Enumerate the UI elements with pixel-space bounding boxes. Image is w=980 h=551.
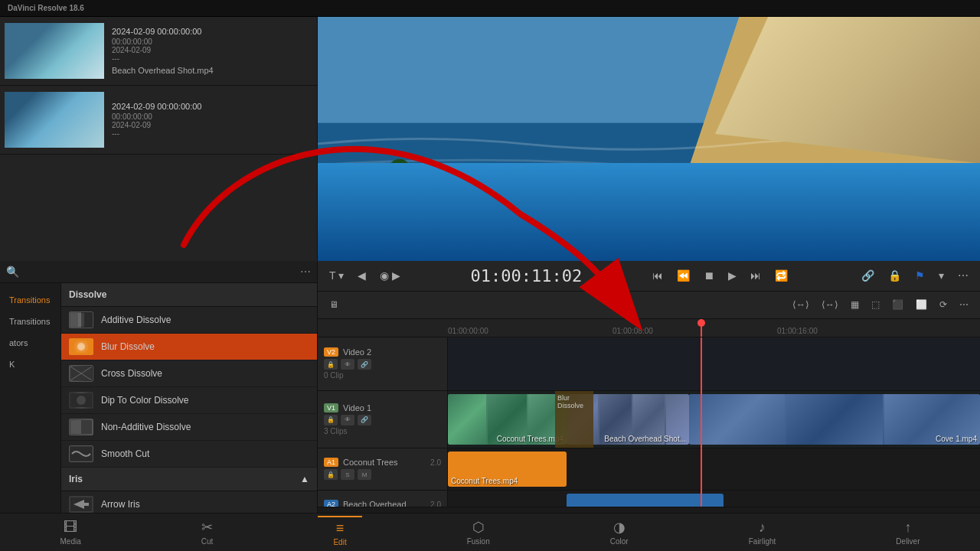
skip-forward-btn[interactable]: ⏭ [746,267,765,284]
track-v2: V2 Video 2 🔒 👁 🔗 0 Clip [318,337,980,391]
more-tools-btn[interactable]: ⋯ [956,297,972,312]
a1-m-btn[interactable]: M [358,469,371,480]
timeline-scrollbar[interactable] [318,507,980,513]
blur-dissolve-label: Blur Dissolve [101,341,155,352]
nav-transitions-1[interactable]: Transitions [0,289,60,311]
ripple-btn[interactable]: ⟨↔⟩ [789,297,813,312]
nav-k[interactable]: K [0,354,60,375]
v1-link-btn[interactable]: 🔗 [358,415,371,425]
v1-eye-btn[interactable]: 👁 [341,415,354,425]
v1-content: Coconut Trees.mp4 Blur Dissolve [448,391,980,448]
tracks-area[interactable]: V2 Video 2 🔒 👁 🔗 0 Clip [318,337,980,507]
editor-area: T ▾ ◀ ◉ ▶ 01:00:11:02 ⏮ ⏪ ⏹ ▶ ⏭ 🔁 🔗 🔒 ⚑ … [318,261,980,513]
v2-eye-btn[interactable]: 👁 [341,359,354,370]
stop-btn[interactable]: ⏹ [700,267,718,284]
transition-smooth-cut[interactable]: Smooth Cut [61,441,317,468]
v1-name: Video 1 [343,403,371,412]
composite-btn[interactable]: ⬜ [912,297,931,312]
media-item[interactable]: 2024-02-09 00:00:00:00 00:00:00:00 2024-… [0,17,317,86]
smooth-btn[interactable]: ⟳ [936,297,951,312]
tab-edit[interactable]: ≡ Edit [318,516,361,549]
track-v1-header: V1 Video 1 🔒 👁 🔗 3 Clips [318,391,448,448]
dip-color-label: Dip To Color Dissolve [101,395,189,406]
tool-bar: 🖥 ⟨↔⟩ ⟨↔⟩ ▦ ⬚ ⬛ ⬜ ⟳ ⋯ [318,292,980,319]
media-timecode-2: 00:00:00:00 [112,112,312,121]
color-label: Color [610,537,629,546]
search-icon[interactable]: 🔍 [6,266,19,278]
clip-beach-label: Beach Overhead Shot... [604,435,686,443]
nav-next[interactable]: ◉ ▶ [376,267,404,284]
track-v1: V1 Video 1 🔒 👁 🔗 3 Clips [318,391,980,448]
transition-arrow-iris[interactable]: Arrow Iris [61,491,317,513]
view-btn[interactable]: ▾ [935,267,948,284]
cross-dissolve-label: Cross Dissolve [101,368,162,379]
v2-link-btn[interactable]: 🔗 [358,359,371,370]
a1-name: Coconut Trees [343,458,398,467]
loop-btn[interactable]: 🔁 [771,267,792,284]
app-title: DaVinci Resolve 18.6 [8,4,84,12]
media-end-2: 2024-02-09 [112,121,312,129]
media-list: 2024-02-09 00:00:00:00 00:00:00:00 2024-… [0,17,318,261]
play-btn[interactable]: ▶ [724,267,740,284]
clip-a2[interactable]: Beach Overhead Shot... [567,494,724,507]
tab-fusion[interactable]: ⬡ Fusion [452,516,505,549]
link-btn[interactable]: 🔗 [858,267,878,284]
v2-name: Video 2 [343,347,371,357]
transition-blur-dissolve[interactable]: Blur Dissolve [61,334,317,360]
nav-generators[interactable]: ators [0,332,60,354]
a1-s-btn[interactable]: S [341,469,354,480]
deliver-label: Deliver [896,537,920,546]
monitor-btn[interactable]: 🖥 [325,297,342,312]
nav-transitions-2[interactable]: Transitions [0,311,60,332]
lock-btn[interactable]: 🔒 [884,267,905,284]
cut-icon: ✂ [201,519,213,536]
tab-deliver[interactable]: ↑ Deliver [880,517,935,549]
media-item-2[interactable]: 2024-02-09 00:00:00:00 00:00:00:00 2024-… [0,86,317,155]
track-a1-header: A1 Coconut Trees 2.0 🔒 S M [318,448,448,490]
media-date-1: 2024-02-09 00:00:00:00 [112,27,312,36]
clip-a1[interactable]: Coconut Trees.mp4 [448,452,567,487]
more-options-icon[interactable]: ⋯ [300,266,311,278]
transition-dip-color[interactable]: Dip To Color Dissolve [61,387,317,414]
media-filename-1: Beach Overhead Shot.mp4 [112,66,312,75]
v2-mute-btn[interactable]: 🔒 [324,359,338,370]
media-thumb-1 [5,23,104,79]
color-icon: ◑ [613,519,626,536]
media-dash-1: --- [112,54,312,63]
tab-selector[interactable]: T ▾ [325,267,348,284]
dip-color-icon [69,392,93,409]
media-thumb-2 [5,92,104,148]
transition-additive-dissolve[interactable]: Additive Dissolve [61,307,317,334]
track-a1: A1 Coconut Trees 2.0 🔒 S M [318,448,980,491]
v1-clips-count: 3 Clips [324,427,441,435]
dissolve-section-header: Dissolve [61,283,317,307]
edit-label: Edit [333,538,346,546]
clip-coconut[interactable]: Coconut Trees.mp4 [448,394,567,445]
transition-non-additive[interactable]: Non-Additive Dissolve [61,414,317,441]
dynamic-btn[interactable]: ⬛ [888,297,907,312]
track-a1-name-row: A1 Coconut Trees 2.0 [324,458,441,467]
clip-cove[interactable]: Cove 1.mp4 [689,394,980,445]
slip-btn[interactable]: ▦ [847,297,863,312]
iris-collapse-icon[interactable]: ▲ [300,474,309,484]
transition-cross-dissolve[interactable]: Cross Dissolve [61,360,317,387]
svg-rect-1 [318,123,980,261]
media-icon: 🎞 [64,520,77,536]
svg-marker-2 [686,17,980,229]
roll-btn[interactable]: ⟨↔⟩ [818,297,842,312]
settings-btn[interactable]: ⋯ [954,267,972,284]
slide-btn[interactable]: ⬚ [867,297,884,312]
tab-color[interactable]: ◑ Color [595,516,644,549]
step-back-btn[interactable]: ⏪ [673,267,694,284]
skip-back-btn[interactable]: ⏮ [648,267,667,284]
tab-fairlight[interactable]: ♪ Fairlight [733,517,792,549]
flag-btn[interactable]: ⚑ [911,267,929,284]
ruler-mark-1: 01:00:08:00 [612,327,653,335]
blur-dissolve-transition[interactable]: Blur Dissolve [555,391,593,448]
a1-mute-btn[interactable]: 🔒 [324,469,338,480]
fusion-icon: ⬡ [472,519,485,536]
v1-mute-btn[interactable]: 🔒 [324,415,338,425]
nav-back[interactable]: ◀ [354,267,370,284]
tab-cut[interactable]: ✂ Cut [186,516,229,549]
tab-media[interactable]: 🎞 Media [45,517,96,549]
